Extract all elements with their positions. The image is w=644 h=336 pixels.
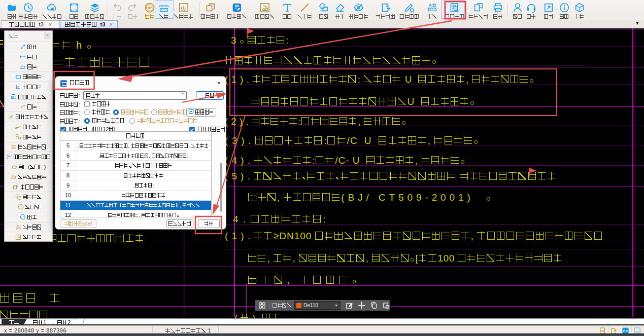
svg-text:PDF: PDF (600, 330, 605, 332)
svg-text:A:B: A:B (429, 3, 436, 8)
svg-text:A: A (455, 7, 457, 10)
svg-text:VIP: VIP (147, 6, 153, 10)
svg-text:P-O: P-O (623, 329, 628, 332)
